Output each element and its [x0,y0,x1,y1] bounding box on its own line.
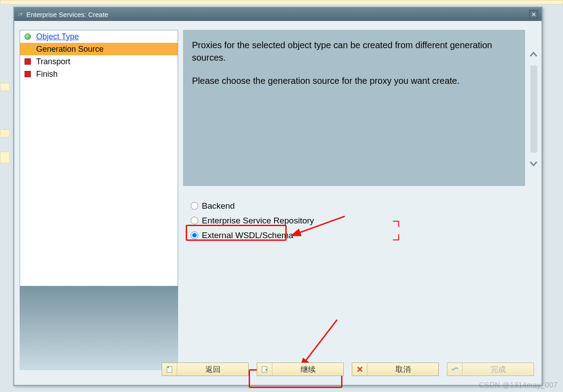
dialog-title: Enterprise Services: Create [26,11,529,18]
radio-input-esr[interactable] [191,217,198,224]
status-icon-pending [25,70,36,78]
scroll-up-button[interactable] [528,45,539,63]
sidebar-decoration [20,286,178,370]
window-icon: ☞ [18,11,24,18]
complete-icon [447,363,463,375]
wizard-button-bar: 返回 继续 取消 完成 [162,363,534,376]
dialog-body: Object Type Generation Source Transport … [14,21,542,385]
svg-line-1 [304,320,337,362]
radio-backend[interactable]: Backend [191,198,314,213]
close-button[interactable]: ✕ [529,10,538,19]
status-icon-pending [25,58,36,65]
step-label: Transport [36,57,70,66]
step-label: Generation Source [36,45,104,54]
dialog-titlebar: ☞ Enterprise Services: Create ✕ [14,8,542,21]
watermark: CSDN @1314may_007 [479,381,558,389]
dialog-enterprise-services-create: ☞ Enterprise Services: Create ✕ Object T… [13,7,542,386]
step-label: Object Type [36,32,79,41]
cancel-icon [352,363,367,375]
wizard-description-panel: Proxies for the selected object type can… [183,30,525,186]
svg-line-0 [298,216,345,233]
continue-icon [257,363,272,375]
button-label: 继续 [272,364,343,375]
wizard-step-finish[interactable]: Finish [20,68,178,80]
radio-label: Backend [202,201,235,211]
scroll-down-button[interactable] [528,155,539,173]
wizard-step-object-type[interactable]: Object Type [20,30,178,43]
description-paragraph-2: Please choose the generation source for … [192,74,516,87]
annotation-highlight-radio [186,225,287,241]
cancel-button[interactable]: 取消 [352,363,439,376]
step-label: Finish [36,70,58,79]
annotation-arrow-icon [299,318,344,367]
annotation-arrow-icon [291,213,349,239]
radio-input-backend[interactable] [191,202,198,210]
continue-button[interactable]: 继续 [257,363,344,376]
button-label: 取消 [367,364,438,375]
wizard-sidebar: Object Type Generation Source Transport … [20,30,178,286]
back-button[interactable]: 返回 [162,363,249,376]
description-paragraph-1: Proxies for the selected object type can… [192,39,516,64]
annotation-marker [393,221,399,227]
annotation-marker [393,234,399,240]
status-icon-current [25,45,36,53]
wizard-step-transport[interactable]: Transport [20,55,178,68]
status-icon-done [25,33,36,40]
scrollbar-track[interactable] [530,66,537,153]
wizard-step-generation-source[interactable]: Generation Source [20,43,178,55]
complete-button: 完成 [447,363,534,376]
button-label: 返回 [177,364,248,375]
back-icon [162,363,177,375]
button-label: 完成 [463,364,534,375]
